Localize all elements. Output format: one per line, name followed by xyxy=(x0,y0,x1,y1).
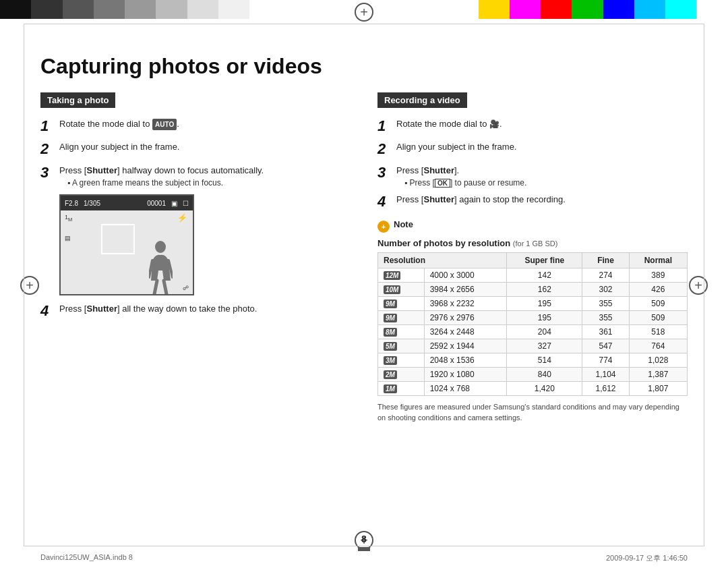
normal-value: 1,807 xyxy=(629,381,687,395)
normal-value: 509 xyxy=(629,296,687,310)
res-value: 3264 x 2448 xyxy=(424,324,507,339)
res-value: 2976 x 2976 xyxy=(424,310,507,324)
r-step-number-4: 4 xyxy=(377,193,396,210)
fine-value: 302 xyxy=(582,282,630,296)
video-mode-icon: 🎥 xyxy=(489,118,499,130)
table-row: 1M 1024 x 768 1,420 1,612 1,807 xyxy=(378,381,688,395)
normal-value: 426 xyxy=(629,282,687,296)
normal-value: 518 xyxy=(629,324,687,339)
r-step-number-3: 3 xyxy=(377,164,396,181)
resolution-icon: 8M xyxy=(384,328,397,337)
fine-value: 774 xyxy=(582,353,630,367)
grayscale-bar xyxy=(0,0,249,19)
r-step-text-1: Rotate the mode dial to 🎥. xyxy=(396,117,688,131)
right-column: Recording a video 1 Rotate the mode dial… xyxy=(377,92,688,424)
col-fine: Fine xyxy=(582,252,630,268)
res-value: 2592 x 1944 xyxy=(424,339,507,353)
fine-value: 355 xyxy=(582,296,630,310)
footnote: These figures are measured under Samsung… xyxy=(377,401,688,424)
resolution-icon: 1M xyxy=(384,384,397,393)
normal-value: 764 xyxy=(629,339,687,353)
sf-value: 840 xyxy=(507,367,582,381)
left-section-header: Taking a photo xyxy=(40,92,115,108)
r-step-3-content: Press [Shutter]. Press [OK] to pause or … xyxy=(396,164,526,188)
normal-value: 1,028 xyxy=(629,353,687,367)
fine-value: 361 xyxy=(582,324,630,339)
sf-value: 1,420 xyxy=(507,381,582,395)
res-value: 1024 x 768 xyxy=(424,381,507,395)
r-step-3: 3 Press [Shutter]. Press [OK] to pause o… xyxy=(377,164,688,188)
left-column: Taking a photo 1 Rotate the mode dial to… xyxy=(40,92,351,326)
step-text-4: Press [Shutter] all the way down to take… xyxy=(59,302,351,316)
sf-value: 195 xyxy=(507,310,582,324)
r-step-text-3: Press [Shutter]. xyxy=(396,165,459,175)
frame-count: 00001 xyxy=(147,200,166,207)
step-number-2: 2 xyxy=(40,140,59,158)
res-icon-cell: 3M xyxy=(378,353,425,367)
viewfinder-top-bar: F2.8 1/305 00001 ▣ ☐ xyxy=(61,196,193,210)
vf-bottom-right-icon: ☍ xyxy=(183,285,189,291)
step-1: 1 Rotate the mode dial to AUTO. xyxy=(40,117,351,135)
fine-value: 355 xyxy=(582,310,630,324)
step-text-1: Rotate the mode dial to AUTO. xyxy=(59,117,351,131)
svg-line-4 xyxy=(164,281,166,294)
col-normal: Normal xyxy=(629,252,687,268)
footer-left: Davinci125UW_ASIA.indb 8 xyxy=(40,553,133,563)
page-title: Capturing photos or videos xyxy=(40,54,688,79)
res-icon-cell: 9M xyxy=(378,296,425,310)
res-value: 2048 x 1536 xyxy=(424,353,507,367)
resolution-icon: 9M xyxy=(384,300,397,308)
res-value: 1920 x 1080 xyxy=(424,367,507,381)
table-row: 2M 1920 x 1080 840 1,104 1,387 xyxy=(378,367,688,381)
fine-value: 547 xyxy=(582,339,630,353)
resolution-title: Number of photos by resolution (for 1 GB… xyxy=(377,238,688,248)
fine-value: 1,104 xyxy=(582,367,630,381)
res-icon-cell: 9M xyxy=(378,310,425,324)
resolution-icon: 10M xyxy=(384,285,400,294)
res-icon-cell: 1M xyxy=(378,381,425,395)
res-value: 3984 x 2656 xyxy=(424,282,507,296)
table-row: 9M 3968 x 2232 195 355 509 xyxy=(378,296,688,310)
res-icon-cell: 10M xyxy=(378,282,425,296)
mode-indicator: ▣ xyxy=(171,200,177,207)
table-row: 8M 3264 x 2448 204 361 518 xyxy=(378,324,688,339)
auto-mode-icon: AUTO xyxy=(152,119,177,130)
table-subtitle: (for 1 GB SD) xyxy=(513,239,558,248)
color-bar xyxy=(479,0,728,19)
sf-value: 162 xyxy=(507,282,582,296)
page-number: 8 xyxy=(361,534,367,544)
table-row: 5M 2592 x 1944 327 547 764 xyxy=(378,339,688,353)
table-row: 3M 2048 x 1536 514 774 1,028 xyxy=(378,353,688,367)
table-row: 9M 2976 x 2976 195 355 509 xyxy=(378,310,688,324)
step-number-1: 1 xyxy=(40,117,59,135)
res-icon-cell: 2M xyxy=(378,367,425,381)
flash-icon: ⚡ xyxy=(177,213,187,223)
note-label: Note xyxy=(394,219,413,229)
normal-value: 509 xyxy=(629,310,687,324)
resolution-icon: 12M xyxy=(384,271,400,280)
sf-value: 195 xyxy=(507,296,582,310)
res-icon-cell: 5M xyxy=(378,339,425,353)
step-3: 3 Press [Shutter] halfway down to focus … xyxy=(40,164,351,188)
person-silhouette xyxy=(149,240,173,294)
table-row: 10M 3984 x 2656 162 302 426 xyxy=(378,282,688,296)
resolution-table: Resolution Super fine Fine Normal 12M 40… xyxy=(377,252,688,396)
vf-left-icons: 1M ▤ xyxy=(65,214,72,241)
resolution-icon: 3M xyxy=(384,356,397,365)
camera-viewfinder: F2.8 1/305 00001 ▣ ☐ ⚡ 1M ▤ xyxy=(59,194,194,295)
step-number-4: 4 xyxy=(40,302,59,320)
step-text-3: Press [Shutter] halfway down to focus au… xyxy=(59,165,264,175)
footer: Davinci125UW_ASIA.indb 8 2009-09-17 오후 1… xyxy=(40,553,688,563)
focus-box xyxy=(101,224,135,254)
two-columns: Taking a photo 1 Rotate the mode dial to… xyxy=(40,92,688,424)
res-value: 3968 x 2232 xyxy=(424,296,507,310)
note-box: + Note xyxy=(377,219,688,233)
ok-badge: OK xyxy=(435,179,450,188)
resolution-icon: 5M xyxy=(384,342,397,351)
resolution-icon: 2M xyxy=(384,370,397,379)
r-step-text-4: Press [Shutter] again to stop the record… xyxy=(396,193,688,206)
res-value: 4000 x 3000 xyxy=(424,268,507,282)
table-row: 12M 4000 x 3000 142 274 389 xyxy=(378,268,688,282)
r-step-2: 2 Align your subject in the frame. xyxy=(377,140,688,158)
shutter-value: 1/305 xyxy=(84,200,100,207)
